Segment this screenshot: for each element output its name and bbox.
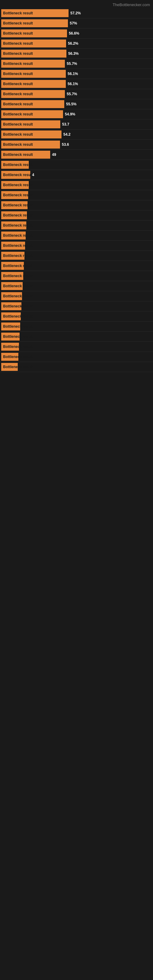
list-item: Bottleneck result56.3% xyxy=(0,49,153,59)
list-item: Bottleneck result xyxy=(0,281,153,291)
row-label: Bottleneck result xyxy=(3,203,33,207)
row-label: Bottleneck result xyxy=(3,173,33,177)
row-label: Bottleneck result xyxy=(3,31,33,35)
row-label: Bottleneck result xyxy=(3,233,33,238)
bar-value: 57% xyxy=(70,21,77,25)
bar-value: 54.2 xyxy=(63,132,70,137)
header: TheBottlenecker.com xyxy=(0,0,153,8)
bar-value: 53.7 xyxy=(62,122,69,126)
bar-value: 57.2% xyxy=(70,11,81,15)
row-label: Bottleneck result xyxy=(3,122,33,126)
list-item: Bottleneck result xyxy=(0,231,153,241)
list-item: Bottleneck result xyxy=(0,160,153,170)
list-item: Bottleneck result xyxy=(0,190,153,200)
list-item: Bottleneck result xyxy=(0,251,153,261)
bar-value: 55.7% xyxy=(67,92,77,96)
list-item: Bottleneck result56.1% xyxy=(0,79,153,89)
row-label: Bottleneck result xyxy=(3,153,33,157)
row-label: Bottleneck result xyxy=(3,304,33,309)
bar-value: 56.1% xyxy=(68,72,78,76)
list-item: Bottleneck result xyxy=(0,362,153,372)
row-label: Bottleneck result xyxy=(3,294,33,298)
list-item: Bottleneck result xyxy=(0,241,153,251)
list-item: Bottleneck result xyxy=(0,332,153,342)
list-item: Bottleneck result xyxy=(0,271,153,281)
list-item: Bottleneck result56.6% xyxy=(0,29,153,38)
row-label: Bottleneck result xyxy=(3,213,33,218)
list-item: Bottleneck result xyxy=(0,321,153,332)
bars-container: Bottleneck result57.2%Bottleneck result5… xyxy=(0,8,153,372)
bar-value: 49 xyxy=(52,153,56,157)
bar-value: 56.6% xyxy=(69,31,79,35)
row-label: Bottleneck result xyxy=(3,72,33,76)
list-item: Bottleneck result xyxy=(0,200,153,210)
list-item: Bottleneck result57.2% xyxy=(0,8,153,18)
row-label: Bottleneck result xyxy=(3,365,33,369)
list-item: Bottleneck result56.1% xyxy=(0,69,153,79)
bar-value: 56.1% xyxy=(68,82,78,86)
bar-value: 4 xyxy=(32,173,34,177)
list-item: Bottleneck result53.6 xyxy=(0,140,153,150)
list-item: Bottleneck result xyxy=(0,312,153,321)
list-item: Bottleneck result56.2% xyxy=(0,38,153,49)
row-label: Bottleneck result xyxy=(3,62,33,66)
row-label: Bottleneck result xyxy=(3,21,33,25)
bar-value: 56.2% xyxy=(68,41,78,46)
row-label: Bottleneck result xyxy=(3,92,33,96)
list-item: Bottleneck result53.7 xyxy=(0,119,153,130)
row-label: Bottleneck result xyxy=(3,254,33,258)
list-item: Bottleneck result49 xyxy=(0,150,153,160)
bar-value: 55.7% xyxy=(67,62,77,66)
bar-value: 56.3% xyxy=(68,51,79,56)
list-item: Bottleneck result4 xyxy=(0,170,153,180)
list-item: Bottleneck result xyxy=(0,261,153,271)
bar-value: 55.5% xyxy=(66,102,76,106)
list-item: Bottleneck result57% xyxy=(0,18,153,29)
bar-value: 53.6 xyxy=(62,142,69,147)
row-label: Bottleneck result xyxy=(3,142,33,147)
list-item: Bottleneck result xyxy=(0,210,153,221)
list-item: Bottleneck result54.2 xyxy=(0,130,153,140)
row-label: Bottleneck result xyxy=(3,274,33,278)
row-label: Bottleneck result xyxy=(3,162,33,167)
list-item: Bottleneck result55.7% xyxy=(0,89,153,99)
list-item: Bottleneck result xyxy=(0,180,153,190)
row-label: Bottleneck result xyxy=(3,132,33,137)
row-label: Bottleneck result xyxy=(3,345,33,349)
row-label: Bottleneck result xyxy=(3,314,33,318)
bar-value: 54.9% xyxy=(65,112,75,116)
list-item: Bottleneck result55.7% xyxy=(0,59,153,69)
site-title: TheBottlenecker.com xyxy=(0,0,153,8)
row-label: Bottleneck result xyxy=(3,11,33,15)
list-item: Bottleneck result xyxy=(0,342,153,352)
row-label: Bottleneck result xyxy=(3,243,33,248)
row-label: Bottleneck result xyxy=(3,223,33,228)
list-item: Bottleneck result55.5% xyxy=(0,99,153,109)
list-item: Bottleneck result xyxy=(0,352,153,362)
row-label: Bottleneck result xyxy=(3,355,33,359)
row-label: Bottleneck result xyxy=(3,41,33,46)
row-label: Bottleneck result xyxy=(3,102,33,106)
row-label: Bottleneck result xyxy=(3,82,33,86)
list-item: Bottleneck result xyxy=(0,291,153,301)
row-label: Bottleneck result xyxy=(3,112,33,116)
list-item: Bottleneck result xyxy=(0,301,153,312)
row-label: Bottleneck result xyxy=(3,51,33,56)
row-label: Bottleneck result xyxy=(3,183,33,187)
list-item: Bottleneck result xyxy=(0,221,153,231)
row-label: Bottleneck result xyxy=(3,324,33,329)
row-label: Bottleneck result xyxy=(3,264,33,268)
list-item: Bottleneck result54.9% xyxy=(0,109,153,119)
row-label: Bottleneck result xyxy=(3,284,33,288)
row-label: Bottleneck result xyxy=(3,334,33,339)
row-label: Bottleneck result xyxy=(3,193,33,197)
